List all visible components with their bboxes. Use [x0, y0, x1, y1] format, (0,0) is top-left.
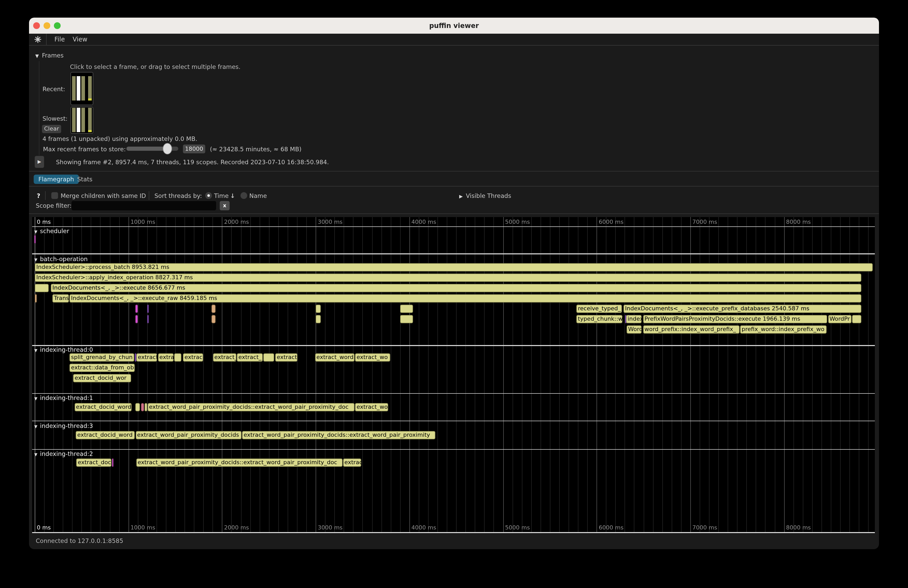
scope-bar[interactable]: extrac [343, 458, 361, 467]
frame-bar-selected[interactable] [77, 76, 80, 101]
scope-bar[interactable] [852, 315, 861, 323]
scope-bar[interactable]: IndexScheduler>::apply_index_operation 8… [35, 273, 861, 282]
sort-time-radio[interactable] [205, 192, 212, 199]
scope-bar[interactable]: extract_docid_word [76, 431, 135, 439]
scope-bar[interactable] [147, 315, 148, 323]
play-button[interactable]: ▶ [35, 156, 44, 168]
max-frames-value[interactable]: 18000 [183, 145, 205, 153]
scope-bar[interactable]: extract [275, 353, 298, 361]
scope-bar[interactable]: IndexDocuments<_, _>::execute 8656.677 m… [51, 284, 861, 292]
flamegraph-canvas[interactable]: 0 ms0 ms1000 ms1000 ms2000 ms2000 ms3000… [32, 217, 875, 533]
scope-bar[interactable]: extract_doc [76, 458, 111, 467]
scope-bar[interactable] [147, 305, 148, 313]
scope-bar[interactable] [174, 353, 181, 361]
sort-threads-label: Sort threads by: [155, 192, 202, 199]
scope-bar[interactable]: PrefixWordPairsProximityDocids::execute … [643, 315, 827, 323]
thread-header-indexing-thread:3[interactable]: ▼indexing-thread:3 [34, 422, 93, 429]
tab-flamegraph[interactable]: Flamegraph [34, 175, 79, 184]
scope-bar[interactable]: WordPr [828, 315, 851, 323]
scope-bar[interactable]: word_prefix::index_word_prefix_ [643, 325, 739, 334]
scope-bar[interactable]: Word [626, 325, 642, 334]
scope-bar[interactable] [144, 403, 147, 411]
scope-bar[interactable]: typed_chunk::w [576, 315, 622, 323]
frame-bar[interactable] [81, 108, 85, 132]
ruler-line [32, 226, 875, 227]
scope-bar[interactable] [400, 305, 413, 313]
frame-bar[interactable] [88, 76, 92, 98]
scope-bar[interactable] [316, 315, 320, 323]
help-button[interactable]: ? [37, 192, 40, 199]
sort-time-label[interactable]: Time [214, 192, 229, 199]
clear-filter-button[interactable]: x [220, 201, 230, 210]
scope-bar[interactable] [211, 305, 216, 313]
scope-bar[interactable]: extra [158, 353, 173, 361]
scope-bar[interactable]: prefix_word::index_prefix_wo [740, 325, 827, 334]
title-bar[interactable]: puffin viewer [29, 18, 879, 34]
frame-bar[interactable] [72, 76, 76, 101]
scope-bar[interactable]: extract_wo [355, 353, 390, 361]
thread-header-indexing-thread:2[interactable]: ▼indexing-thread:2 [34, 450, 93, 458]
scope-bar[interactable]: IndexDocuments<_, _>::execute_prefix_dat… [623, 305, 861, 313]
scope-filter-input[interactable] [71, 201, 216, 210]
scope-bar[interactable] [35, 284, 49, 292]
merge-children-checkbox[interactable] [51, 192, 58, 199]
thread-header-scheduler[interactable]: ▼scheduler [34, 227, 69, 235]
scope-bar[interactable]: extrac [183, 353, 203, 361]
scope-bar[interactable]: IndexScheduler>::process_batch 8953.821 … [35, 263, 873, 272]
top-ruler-tick: 1000 ms [130, 218, 155, 225]
scope-bar[interactable] [316, 305, 320, 313]
frame-bar-selected[interactable] [77, 108, 80, 132]
collapse-triangle-icon: ▼ [34, 257, 37, 262]
menu-item-file[interactable]: File [55, 36, 65, 43]
frame-bar[interactable] [72, 108, 76, 132]
sort-direction-arrow-icon[interactable]: ↓ [230, 192, 235, 199]
frames-header[interactable]: ▼Frames [35, 52, 64, 59]
scope-bar[interactable]: split_grenad_by_chun [69, 353, 134, 361]
scope-bar[interactable] [135, 353, 136, 361]
scope-bar[interactable]: extract_wo [355, 403, 388, 411]
scope-bar[interactable]: extract_ [237, 353, 263, 361]
scope-bar[interactable]: extract_ [213, 353, 236, 361]
scope-bar[interactable] [135, 305, 138, 313]
thread-header-indexing-thread:1[interactable]: ▼indexing-thread:1 [34, 394, 93, 402]
scope-bar[interactable]: extract_docid_word [74, 403, 131, 411]
menu-item-view[interactable]: View [72, 36, 87, 43]
thread-header-indexing-thread:0[interactable]: ▼indexing-thread:0 [34, 346, 93, 353]
scope-bar[interactable]: index [626, 315, 642, 323]
recent-frames-thumbnail[interactable] [71, 72, 93, 105]
scope-bar[interactable]: Trans [52, 294, 69, 302]
scope-bar[interactable] [263, 353, 274, 361]
scope-bar[interactable] [400, 315, 413, 323]
sun-icon[interactable] [34, 36, 42, 43]
scope-bar[interactable]: extract::data_from_ob [69, 364, 135, 372]
tab-stats[interactable]: Stats [72, 175, 97, 184]
scope-bar[interactable]: IndexDocuments<_, _>::execute_raw 8459.1… [69, 294, 861, 302]
frame-bar[interactable] [88, 108, 92, 130]
clear-button[interactable]: Clear [42, 125, 61, 133]
slowest-frames-thumbnail[interactable] [71, 107, 93, 134]
scope-bar[interactable] [211, 315, 216, 323]
sort-name-radio[interactable] [240, 192, 247, 199]
scope-bar[interactable] [34, 235, 36, 244]
scope-bar[interactable]: extract_word_pair_proximity_docids::extr… [147, 403, 354, 411]
app-window: puffin viewer File View ▼Frames Click to… [29, 18, 879, 549]
scope-bar[interactable] [135, 403, 140, 411]
visible-threads-header[interactable]: ▶Visible Threads [459, 192, 511, 199]
frame-bar[interactable] [81, 76, 85, 101]
scope-filter-label: Scope filter: [36, 202, 71, 209]
scope-bar[interactable]: extract [136, 353, 157, 361]
sort-name-label[interactable]: Name [249, 192, 267, 199]
scope-bar[interactable]: extract_word [315, 353, 354, 361]
scope-bar[interactable]: extract_docid_wor [73, 374, 131, 382]
thread-name: indexing-thread:1 [40, 394, 93, 402]
scope-bar[interactable]: extract_word_pair_proximity_docids::extr… [242, 431, 435, 439]
scope-bar[interactable] [112, 458, 114, 467]
scope-bar[interactable]: extract_word_pair_proximity_docids::extr… [136, 458, 342, 467]
scope-bar[interactable] [141, 403, 144, 411]
scope-bar[interactable]: receive_typed_ [576, 305, 621, 313]
slider-knob[interactable] [163, 143, 172, 154]
thread-header-batch-operation[interactable]: ▼batch-operation [34, 255, 88, 263]
scope-bar[interactable] [35, 294, 37, 302]
scope-bar[interactable] [135, 315, 138, 323]
scope-bar[interactable]: extract_word_pair_proximity_docids [135, 431, 241, 439]
